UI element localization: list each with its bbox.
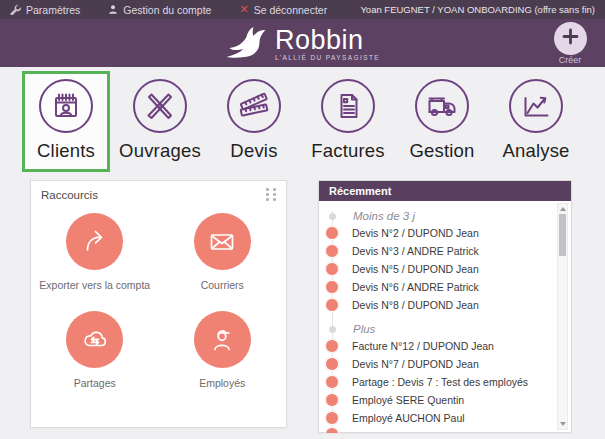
topbar: Paramètres Gestion du compte ✕ Se déconn… [0, 0, 605, 19]
list-item-partial-dot [325, 427, 339, 433]
truck-icon [415, 79, 469, 133]
brand-tagline: L'ALLIÉ DU PAYSAGISTE [275, 55, 380, 62]
logout-label: Se déconnecter [254, 4, 328, 16]
employee-icon [194, 311, 251, 368]
calendar-person-icon [39, 79, 93, 133]
account-label: Gestion du compte [123, 4, 211, 16]
bird-icon [225, 24, 269, 64]
nav-item-factures[interactable]: Factures [304, 71, 392, 172]
folding-ruler-icon [227, 79, 281, 133]
share-arrow-icon [66, 213, 123, 270]
shortcut-partages[interactable]: Partages [31, 305, 159, 389]
invoice-icon [321, 79, 375, 133]
nav-item-gestion[interactable]: Gestion [398, 71, 486, 172]
recent-list: Moins de 3 j Devis N°2 / DUPOND Jean Dev… [319, 201, 571, 433]
nav-label: Clients [25, 140, 107, 162]
app-window: Paramètres Gestion du compte ✕ Se déconn… [0, 0, 605, 439]
recent-group-header: Moins de 3 j [325, 208, 551, 224]
nav-item-devis[interactable]: Devis [210, 71, 298, 172]
item-dot-icon [325, 375, 339, 389]
item-dot-icon [325, 280, 339, 294]
plus-icon [562, 28, 579, 49]
brand-name: Robbin [275, 27, 380, 54]
nav-label: Gestion [401, 140, 483, 162]
close-icon: ✕ [239, 4, 248, 15]
group-dot-icon [329, 326, 336, 333]
nav-item-clients[interactable]: Clients [22, 71, 110, 172]
nav-label: Ouvrages [119, 140, 201, 162]
recent-group-header: Plus [325, 321, 551, 337]
item-dot-icon [325, 357, 339, 371]
create-button[interactable]: Créer [547, 22, 593, 65]
chart-arrow-icon [509, 79, 563, 133]
shortcut-label: Employés [159, 377, 287, 389]
recent-panel: Récemment Moins de 3 j Devis N°2 / DUPON… [318, 180, 572, 433]
item-label: Employé SERE Quentin [352, 394, 464, 406]
item-label: Partage : Devis 7 : Test des employés [352, 376, 528, 388]
group-dot-icon [329, 213, 336, 220]
grid-dots-icon[interactable] [266, 188, 278, 201]
item-label: Devis N°3 / ANDRE Patrick [352, 245, 479, 257]
scroll-down-icon[interactable] [560, 422, 566, 426]
shortcut-employes[interactable]: Employés [159, 305, 287, 389]
item-label: Devis N°7 / DUPOND Jean [352, 358, 479, 370]
scroll-up-icon[interactable] [560, 207, 566, 211]
shortcut-label: Courriers [159, 279, 287, 291]
shortcut-label: Partages [31, 377, 159, 389]
shortcut-courriers[interactable]: Courriers [159, 207, 287, 291]
params-button[interactable]: Paramètres [10, 4, 80, 16]
shortcut-label: Exporter vers la compta [31, 279, 159, 291]
list-item[interactable]: Facture N°12 / DUPOND Jean [325, 337, 551, 355]
envelope-icon [194, 213, 251, 270]
list-item[interactable]: Employé AUCHON Paul [325, 409, 551, 427]
scrollbar[interactable] [557, 203, 568, 430]
nav-label: Factures [307, 140, 389, 162]
create-label: Créer [547, 55, 593, 65]
shortcuts-title: Raccourcis [41, 189, 98, 201]
nav-label: Devis [213, 140, 295, 162]
nav-item-analyse[interactable]: Analyse [492, 71, 580, 172]
item-dot-icon [325, 226, 339, 240]
nav-label: Analyse [495, 140, 577, 162]
item-dot-icon [325, 393, 339, 407]
list-item[interactable]: Devis N°5 / DUPOND Jean [325, 260, 551, 278]
list-item[interactable]: Partage : Devis 7 : Test des employés [325, 373, 551, 391]
item-label: Devis N°6 / ANDRE Patrick [352, 281, 479, 293]
list-item[interactable]: Devis N°6 / ANDRE Patrick [325, 278, 551, 296]
wrench-icon [10, 4, 21, 15]
account-button[interactable]: Gestion du compte [108, 4, 211, 16]
list-item[interactable]: Devis N°2 / DUPOND Jean [325, 224, 551, 242]
scroll-thumb[interactable] [559, 214, 566, 256]
item-label: Facture N°12 / DUPOND Jean [352, 340, 494, 352]
list-item[interactable]: Devis N°8 / DUPOND Jean [325, 296, 551, 314]
cloud-sync-icon [66, 311, 123, 368]
list-item[interactable]: Devis N°3 / ANDRE Patrick [325, 242, 551, 260]
shortcut-export-compta[interactable]: Exporter vers la compta [31, 207, 159, 291]
user-info: Yoan FEUGNET / YOAN ONBOARDING (offre sa… [360, 4, 595, 15]
shears-icon [133, 79, 187, 133]
params-label: Paramètres [26, 4, 80, 16]
user-icon [108, 4, 118, 15]
item-dot-icon [325, 262, 339, 276]
robbin-logo: Robbin L'ALLIÉ DU PAYSAGISTE [225, 24, 380, 64]
item-label: Devis N°5 / DUPOND Jean [352, 263, 479, 275]
item-dot-icon [325, 244, 339, 258]
item-dot-icon [325, 411, 339, 425]
header: Robbin L'ALLIÉ DU PAYSAGISTE Créer [0, 19, 605, 67]
item-dot-icon [325, 298, 339, 312]
item-label: Devis N°8 / DUPOND Jean [352, 299, 479, 311]
main-nav: Clients Ouvrages Devis [22, 71, 583, 172]
logout-button[interactable]: ✕ Se déconnecter [239, 4, 327, 16]
list-item[interactable]: Devis N°7 / DUPOND Jean [325, 355, 551, 373]
item-label: Employé AUCHON Paul [352, 412, 465, 424]
shortcuts-panel: Raccourcis Exporter vers la compta [30, 180, 287, 428]
recent-header: Récemment [319, 181, 571, 201]
item-dot-icon [325, 339, 339, 353]
item-label: Devis N°2 / DUPOND Jean [352, 227, 479, 239]
nav-item-ouvrages[interactable]: Ouvrages [116, 71, 204, 172]
list-item[interactable]: Employé SERE Quentin [325, 391, 551, 409]
